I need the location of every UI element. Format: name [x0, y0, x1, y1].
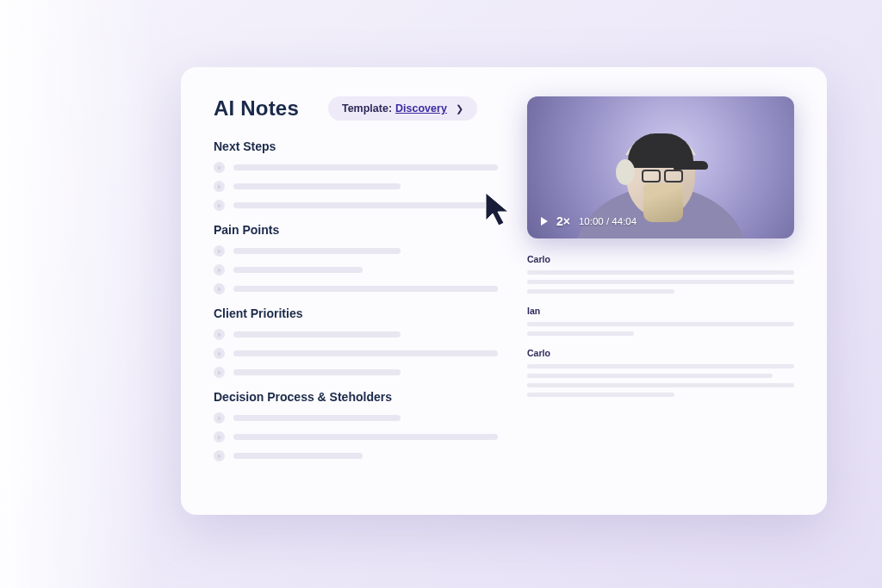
time-display: 10:00 / 44:04: [579, 216, 637, 226]
placeholder-line: [233, 164, 498, 170]
play-bullet-icon: [214, 245, 225, 257]
placeholder-line: [233, 434, 498, 440]
transcript-block[interactable]: [527, 364, 794, 397]
list-item[interactable]: [214, 264, 501, 275]
placeholder-line: [233, 183, 401, 189]
placeholder-line: [233, 202, 498, 208]
section-items: [214, 412, 501, 461]
list-item[interactable]: [214, 181, 501, 192]
play-bullet-icon: [214, 162, 225, 173]
placeholder-line: [527, 364, 794, 368]
placeholder-line: [233, 415, 401, 421]
placeholder-line: [233, 453, 363, 459]
placeholder-line: [527, 322, 794, 326]
play-bullet-icon: [214, 450, 225, 461]
placeholder-line: [233, 350, 498, 356]
media-column: 2× 10:00 / 44:04 Carlo Ian Carlo: [527, 96, 794, 486]
list-item[interactable]: [214, 412, 501, 424]
current-time: 10:00: [579, 216, 604, 226]
section-items: [214, 162, 501, 211]
transcript-block[interactable]: [527, 270, 794, 294]
play-bullet-icon: [214, 412, 225, 424]
transcript-speaker: Ian: [527, 306, 794, 316]
placeholder-line: [233, 369, 401, 375]
section-items: [214, 329, 501, 378]
placeholder-line: [527, 270, 794, 275]
time-separator: /: [606, 216, 609, 226]
video-controls: 2× 10:00 / 44:04: [541, 214, 637, 228]
section-heading-pain-points: Pain Points: [214, 223, 501, 237]
transcript-block[interactable]: [527, 322, 794, 336]
placeholder-line: [233, 286, 498, 292]
template-selector[interactable]: Template: Discovery ❯: [328, 96, 477, 121]
placeholder-line: [527, 383, 794, 387]
play-bullet-icon: [214, 200, 225, 211]
play-bullet-icon: [214, 431, 225, 443]
placeholder-line: [527, 393, 674, 397]
section-heading-decision-process: Decision Process & Steholders: [214, 390, 501, 404]
play-bullet-icon: [214, 283, 225, 294]
list-item[interactable]: [214, 283, 501, 294]
chevron-right-icon: ❯: [456, 103, 463, 115]
header-row: AI Notes Template: Discovery ❯: [214, 96, 501, 121]
list-item[interactable]: [214, 450, 501, 461]
playback-speed[interactable]: 2×: [556, 214, 570, 228]
play-bullet-icon: [214, 264, 225, 275]
list-item[interactable]: [214, 367, 501, 378]
transcript-speaker: Carlo: [527, 254, 794, 264]
transcript-panel: Carlo Ian Carlo: [527, 254, 794, 397]
play-bullet-icon: [214, 367, 225, 378]
page-title: AI Notes: [214, 96, 299, 121]
transcript-speaker: Carlo: [527, 348, 794, 358]
section-heading-next-steps: Next Steps: [214, 139, 501, 153]
placeholder-line: [527, 289, 674, 294]
template-value: Discovery: [395, 102, 447, 115]
notes-column: AI Notes Template: Discovery ❯ Next Step…: [214, 96, 501, 486]
list-item[interactable]: [214, 348, 501, 359]
play-bullet-icon: [214, 181, 225, 192]
placeholder-line: [233, 248, 401, 254]
list-item[interactable]: [214, 162, 501, 173]
notes-card: AI Notes Template: Discovery ❯ Next Step…: [181, 67, 827, 515]
play-icon[interactable]: [541, 217, 548, 226]
list-item[interactable]: [214, 329, 501, 340]
template-label: Template:: [342, 102, 392, 115]
video-player[interactable]: 2× 10:00 / 44:04: [527, 96, 794, 238]
list-item[interactable]: [214, 431, 501, 443]
section-items: [214, 245, 501, 294]
section-heading-client-priorities: Client Priorities: [214, 306, 501, 320]
play-bullet-icon: [214, 348, 225, 359]
placeholder-line: [233, 267, 363, 273]
list-item[interactable]: [214, 200, 501, 211]
placeholder-line: [527, 280, 794, 284]
play-bullet-icon: [214, 329, 225, 340]
placeholder-line: [527, 374, 773, 378]
placeholder-line: [233, 331, 401, 337]
placeholder-line: [527, 331, 634, 336]
total-time: 44:04: [612, 216, 637, 226]
list-item[interactable]: [214, 245, 501, 257]
